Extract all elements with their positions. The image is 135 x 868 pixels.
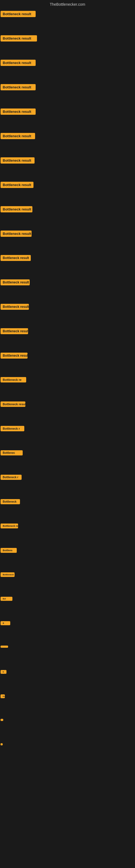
bottleneck-badge[interactable] (1, 743, 3, 745)
list-item: Bottleneck result (0, 277, 135, 302)
bottleneck-badge[interactable]: Bottleneck result (1, 133, 35, 139)
list-item: Bottleneck (0, 570, 135, 595)
empty-section (0, 766, 135, 860)
bottleneck-badge[interactable]: Bottleneck result (1, 230, 32, 237)
bottleneck-badge[interactable]: Bottleneck result (1, 279, 30, 285)
bottleneck-list: Bottleneck resultBottleneck resultBottle… (0, 9, 135, 766)
bottleneck-badge[interactable] (1, 719, 3, 721)
list-item: Bottleneck result (0, 58, 135, 82)
list-item: Bottleneck result (0, 106, 135, 131)
list-item (0, 717, 135, 741)
list-item: Bott (0, 692, 135, 717)
list-item: B (0, 619, 135, 643)
bottleneck-badge[interactable]: Bottleneck result (1, 304, 29, 310)
bottleneck-badge[interactable]: Bottleneck result (1, 328, 28, 334)
bottleneck-badge[interactable]: Bottleneck result (1, 11, 36, 17)
list-item: Bottleneck result (0, 155, 135, 180)
bottleneck-badge[interactable]: Bottleneck result (1, 35, 37, 41)
list-item: Bottleneck r (0, 472, 135, 497)
bottleneck-badge[interactable]: Bottlens (1, 548, 17, 553)
list-item: Bottleneck result (0, 228, 135, 253)
bottleneck-badge[interactable]: Bottleneck result (1, 352, 28, 359)
list-item: Bottleneck res (0, 521, 135, 546)
list-item: Bottleneck result (0, 350, 135, 375)
list-item (0, 741, 135, 766)
bottleneck-badge[interactable]: Bottleneck re (1, 377, 26, 382)
bottleneck-badge[interactable]: Bottleneck r (1, 475, 21, 480)
list-item: Bottleneck result (0, 82, 135, 106)
list-item: Bottleneck result (0, 326, 135, 350)
bottleneck-badge[interactable]: Bottleneck result (1, 182, 34, 188)
bottleneck-badge[interactable]: Bottleneck result (1, 157, 35, 163)
list-item: Bottleneck result (0, 131, 135, 155)
bottleneck-badge[interactable]: B (1, 621, 10, 625)
bottleneck-badge[interactable] (1, 646, 8, 648)
list-item: Bot (0, 595, 135, 619)
list-item: Bottleneck result (0, 33, 135, 58)
bottleneck-badge[interactable]: Bottleneck (1, 572, 14, 577)
bottleneck-badge[interactable]: Bottleneck result (1, 84, 36, 90)
bottleneck-badge[interactable]: Bottleneck (1, 499, 20, 504)
list-item: B (0, 668, 135, 692)
list-item (0, 643, 135, 668)
bottom-section (0, 860, 135, 868)
list-item: Bottleneck result (0, 180, 135, 204)
bottleneck-badge[interactable]: Bottleneck result (1, 60, 36, 66)
list-item: Bottleneck r (0, 424, 135, 448)
page-header: TheBottlenecker.com (0, 0, 135, 9)
bottleneck-badge[interactable]: Bottleneck result (1, 255, 31, 261)
bottleneck-badge[interactable]: B (1, 670, 6, 674)
bottleneck-badge[interactable]: Bott (1, 694, 5, 698)
list-item: Bottlenec (0, 448, 135, 472)
bottleneck-badge[interactable]: Bottleneck result (1, 206, 32, 212)
bottleneck-badge[interactable]: Bottlenec (1, 450, 23, 456)
site-title: TheBottlenecker.com (50, 2, 85, 6)
list-item: Bottleneck re (0, 375, 135, 399)
bottleneck-badge[interactable]: Bottleneck res (1, 524, 18, 528)
bottleneck-badge[interactable]: Bottleneck result (1, 108, 36, 115)
list-item: Bottleneck result (0, 253, 135, 277)
bottleneck-badge[interactable]: Bot (1, 597, 12, 601)
list-item: Bottleneck (0, 497, 135, 521)
bottleneck-badge[interactable]: Bottleneck result (1, 401, 26, 407)
list-item: Bottleneck result (0, 399, 135, 424)
list-item: Bottlens (0, 546, 135, 570)
list-item: Bottleneck result (0, 302, 135, 326)
list-item: Bottleneck result (0, 204, 135, 228)
list-item: Bottleneck result (0, 9, 135, 33)
bottleneck-badge[interactable]: Bottleneck r (1, 426, 24, 431)
